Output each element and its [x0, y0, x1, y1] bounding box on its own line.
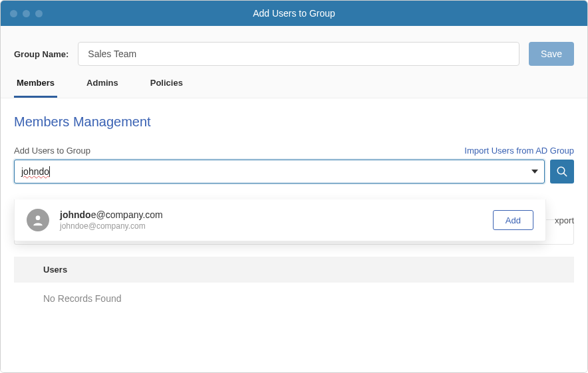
import-ad-link[interactable]: Import Users from AD Group — [464, 146, 574, 156]
tab-policies[interactable]: Policies — [148, 78, 186, 98]
row-labels: Add Users to Group Import Users from AD … — [14, 146, 574, 156]
suggestion-row[interactable]: johndoe@company.com johndoe@company.com … — [27, 209, 533, 231]
svg-point-2 — [36, 215, 41, 220]
search-row: johndo — [14, 160, 574, 184]
zoom-dot[interactable] — [35, 10, 43, 17]
save-button[interactable]: Save — [529, 42, 574, 66]
group-name-row: Group Name: Save — [1, 26, 587, 78]
group-name-label: Group Name: — [14, 49, 69, 59]
export-label-fragment: xport — [555, 215, 574, 225]
autocomplete-dropdown: johndoe@company.com johndoe@company.com … — [14, 199, 546, 241]
suggestion-text: johndoe@company.com johndoe@company.com — [60, 209, 482, 231]
users-table-empty: No Records Found — [14, 283, 574, 314]
suggestion-main: johndoe@company.com — [60, 209, 482, 220]
close-dot[interactable] — [10, 10, 17, 17]
svg-line-1 — [563, 173, 567, 176]
user-avatar-icon — [27, 209, 49, 231]
add-users-label: Add Users to Group — [14, 146, 90, 156]
window-controls — [10, 10, 43, 17]
tab-admins[interactable]: Admins — [84, 78, 121, 98]
users-table-header: Users — [14, 257, 574, 283]
user-search-combo[interactable]: johndo — [14, 160, 545, 184]
content: Members Management Add Users to Group Im… — [1, 98, 587, 372]
suggestion-sub: johndoe@company.com — [60, 221, 482, 231]
search-icon — [556, 166, 568, 178]
search-button[interactable] — [550, 160, 574, 184]
suggestion-add-button[interactable]: Add — [493, 210, 533, 230]
titlebar: Add Users to Group — [1, 1, 587, 26]
user-search-input[interactable] — [14, 160, 545, 184]
window: Add Users to Group Group Name: Save Memb… — [0, 0, 588, 373]
body: Group Name: Save Members Admins Policies… — [1, 26, 587, 372]
tabs: Members Admins Policies — [1, 78, 587, 98]
window-title: Add Users to Group — [1, 8, 587, 19]
tab-members[interactable]: Members — [14, 78, 57, 98]
minimize-dot[interactable] — [23, 10, 30, 17]
section-title: Members Management — [14, 114, 574, 130]
users-table: Users No Records Found — [14, 257, 574, 314]
group-name-input[interactable] — [78, 42, 519, 66]
